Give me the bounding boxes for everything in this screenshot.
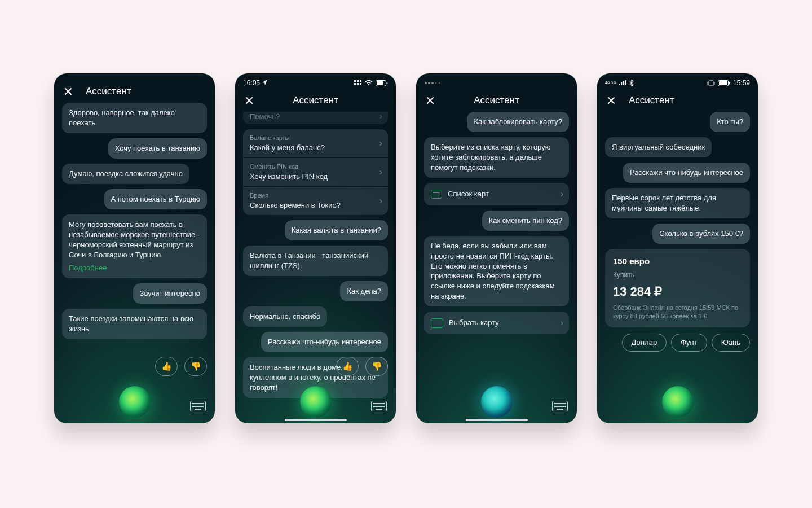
assistant-header: Ассистент xyxy=(235,90,396,112)
assistant-title: Ассистент xyxy=(293,95,338,106)
suggestion-row[interactable]: Баланс карты Какой у меня баланс? › xyxy=(243,129,388,157)
chevron-right-icon: › xyxy=(379,112,382,123)
signal-icon xyxy=(619,80,626,86)
keyboard-icon xyxy=(371,401,387,411)
user-message: Расскажи что-нибудь интересное xyxy=(623,163,750,183)
svg-rect-1 xyxy=(354,83,356,85)
suggestion-row[interactable]: Время Сколько времени в Токио? › xyxy=(243,187,388,215)
dots-icon xyxy=(424,81,441,85)
user-message: Кто ты? xyxy=(710,112,750,132)
voice-orb-button[interactable] xyxy=(119,386,151,418)
currency-chips: ДолларФунтЮань xyxy=(622,334,750,352)
assistant-message: Валюта в Танзании - танзанийский шиллинг… xyxy=(243,246,388,276)
conversation: Кто ты?Я виртуальный собеседникРасскажи … xyxy=(597,112,758,423)
svg-point-13 xyxy=(435,82,437,84)
list-icon xyxy=(431,190,442,199)
keyboard-icon xyxy=(552,401,568,411)
thumbs-down-button[interactable]: 👎 xyxy=(365,357,388,376)
suggestion-caption: Время xyxy=(250,191,381,200)
svg-point-10 xyxy=(425,82,427,84)
card-icon xyxy=(431,318,443,328)
svg-point-6 xyxy=(368,84,370,86)
assistant-title: Ассистент xyxy=(86,86,131,97)
voice-orb-button[interactable] xyxy=(662,386,694,418)
currency-info-card[interactable]: 150 евро Купить 13 284 ₽ Сбербанк Онлайн… xyxy=(605,249,750,327)
suggestion-row[interactable]: Сменить PIN код Хочу изменить PIN код › xyxy=(243,158,388,186)
home-indicator[interactable] xyxy=(466,419,528,421)
currency-chip[interactable]: Фунт xyxy=(671,334,707,352)
close-icon[interactable] xyxy=(244,95,254,106)
assistant-message: Первые сорок лет детства для мужчины сам… xyxy=(605,188,750,218)
details-link[interactable]: Подробнее xyxy=(69,263,200,273)
svg-point-11 xyxy=(428,82,430,84)
bt-icon xyxy=(629,80,634,86)
suggestion-text: Сколько времени в Токио? xyxy=(250,200,381,211)
assistant-title: Ассистент xyxy=(474,95,519,106)
assistant-message: Такие поездки запоминаются на всю жизнь xyxy=(62,309,207,339)
reaction-buttons: 👍 👎 xyxy=(155,357,207,376)
chevron-right-icon: › xyxy=(561,188,563,200)
svg-rect-18 xyxy=(625,80,626,85)
close-icon[interactable] xyxy=(63,86,73,97)
thumbs-up-button[interactable]: 👍 xyxy=(336,357,359,376)
user-message: Как дела? xyxy=(340,281,388,301)
voice-orb-button[interactable] xyxy=(300,386,332,418)
showcase-canvas: Ассистент Здорово, наверное, так далеко … xyxy=(0,0,812,508)
suggestion-caption: Сменить PIN код xyxy=(250,163,381,171)
keyboard-icon xyxy=(190,401,206,411)
assistant-message: Нормально, спасибо xyxy=(243,306,327,327)
currency-action-label: Купить xyxy=(613,270,742,280)
assistant-message: Не беда, если вы забыли или вам просто н… xyxy=(424,236,569,307)
svg-rect-9 xyxy=(387,82,388,84)
phone-screenshot: ⁴ᴳ ⁵ᴳ15:59 Ассистент Кто ты?Я виртуальны… xyxy=(597,73,758,423)
svg-rect-19 xyxy=(709,81,713,86)
assistant-message: Я виртуальный собеседник xyxy=(605,137,712,157)
phone-screenshot: Ассистент Здорово, наверное, так далеко … xyxy=(54,73,215,423)
status-bar xyxy=(416,73,577,90)
wifi-icon xyxy=(365,80,373,86)
battery-icon xyxy=(718,80,730,86)
grid-icon xyxy=(354,80,362,86)
reaction-buttons: 👍 👎 xyxy=(336,357,388,376)
currency-chip[interactable]: Юань xyxy=(712,334,750,352)
currency-chip[interactable]: Доллар xyxy=(622,334,667,352)
svg-rect-8 xyxy=(377,81,383,85)
thumbs-down-button[interactable]: 👎 xyxy=(184,357,207,376)
svg-rect-16 xyxy=(621,82,622,85)
action-row[interactable]: Выбрать карту › xyxy=(424,312,569,334)
chevron-right-icon: › xyxy=(379,137,382,150)
thumbs-up-button[interactable]: 👍 xyxy=(155,357,178,376)
svg-rect-15 xyxy=(619,84,620,85)
svg-rect-4 xyxy=(360,80,361,82)
action-row[interactable]: Список карт › xyxy=(424,183,569,205)
chevron-right-icon: › xyxy=(561,317,563,329)
suggestion-text: Какой у меня баланс? xyxy=(250,143,381,153)
conversation: Помочь? › Баланс карты Какой у меня бала… xyxy=(235,112,396,423)
voice-orb-button[interactable] xyxy=(481,386,513,418)
close-icon[interactable] xyxy=(425,95,435,106)
chevron-right-icon: › xyxy=(379,166,382,178)
assistant-title: Ассистент xyxy=(629,95,674,106)
home-indicator[interactable] xyxy=(285,419,347,421)
conversation: Как заблокировать карту?Выберите из спис… xyxy=(416,112,577,423)
assistant-header: Ассистент xyxy=(416,90,577,112)
status-bar: ⁴ᴳ ⁵ᴳ15:59 xyxy=(597,73,758,90)
keyboard-toggle-button[interactable] xyxy=(552,401,568,413)
keyboard-toggle-button[interactable] xyxy=(371,401,387,413)
svg-rect-2 xyxy=(357,80,359,82)
suggestion-caption: Баланс карты xyxy=(250,134,381,142)
svg-rect-17 xyxy=(623,81,624,85)
assistant-header: Ассистент xyxy=(54,81,215,103)
svg-rect-5 xyxy=(360,83,361,85)
status-bar: 16:05 xyxy=(235,73,396,90)
assistant-message: Выберите из списка карту, которую хотите… xyxy=(424,137,569,178)
user-message: Хочу поехать в танзанию xyxy=(108,138,207,159)
keyboard-toggle-button[interactable] xyxy=(190,401,206,413)
assistant-message: Здорово, наверное, так далеко поехать xyxy=(62,103,207,133)
phone-screenshot: Ассистент Как заблокировать карту?Выбери… xyxy=(416,73,577,423)
assistant-bottom-bar xyxy=(597,386,758,418)
suggestion-row-peek[interactable]: Помочь? › xyxy=(243,112,388,124)
currency-rate-footnote: Сбербанк Онлайн на сегодня 15:59 МСК по … xyxy=(613,304,742,321)
phone-screenshot: 16:05 Ассистент Помочь? › Баланс карты К… xyxy=(235,73,396,423)
close-icon[interactable] xyxy=(606,95,616,106)
